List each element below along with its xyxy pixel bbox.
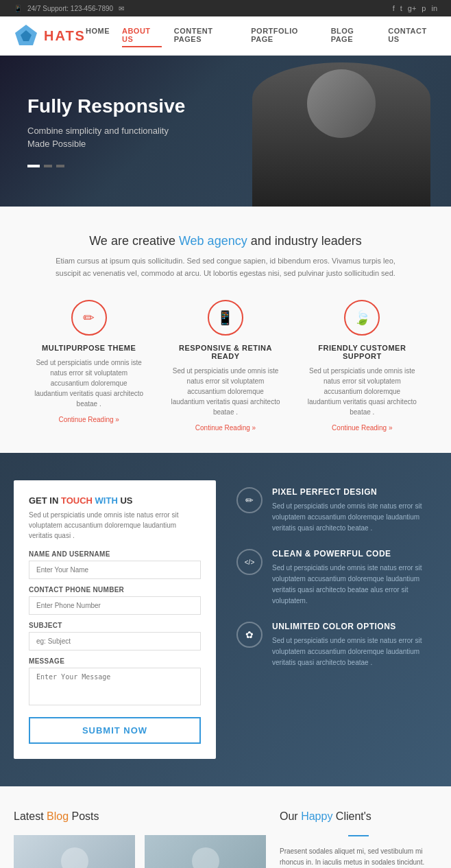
blog-post-1: 05 APR Time to Relax Blog Post by Joan S…: [145, 835, 266, 868]
contact-form-box: GET IN TOUCH WITH US Sed ut perspiciatis…: [14, 480, 216, 759]
logo-icon: [14, 23, 38, 48]
feature-link-0[interactable]: Continue Reading »: [58, 416, 119, 423]
agency-desc: Etiam cursus at ipsum quis sollicitudin.…: [54, 255, 397, 279]
input-phone[interactable]: [29, 596, 201, 615]
logo-text: HATS: [44, 28, 86, 44]
blog-post-0: 22 APR Running away Blog Post by Joan Sm…: [14, 835, 135, 868]
submit-button[interactable]: SUBMIT NOW: [29, 717, 201, 744]
nav-home[interactable]: HOME: [86, 24, 110, 47]
form-title: GET IN TOUCH WITH US: [29, 495, 201, 506]
feature-link-1[interactable]: Continue Reading »: [195, 424, 256, 432]
phone-icon: 📱: [14, 5, 22, 12]
feature-multipurpose: ✏ MULTIPURPOSE THEME Sed ut perspiciatis…: [27, 300, 150, 432]
contact-pencil-icon: ✏: [236, 487, 263, 513]
feature-title-2: FRIENDLY CUSTOMER SUPPORT: [308, 344, 417, 360]
nav-about[interactable]: ABOUT US: [122, 24, 162, 47]
logo: HATS: [14, 23, 86, 48]
slider-dots: [27, 165, 185, 167]
feature-link-2[interactable]: Continue Reading »: [332, 424, 392, 432]
feature-support: 🍃 FRIENDLY CUSTOMER SUPPORT Sed ut persp…: [301, 300, 424, 432]
blog-clients-section: Latest Blog Posts 22 APR Running away Bl…: [0, 786, 451, 868]
clients-quote: Praesent sodales aliquet mi, sed vestibu…: [280, 846, 437, 868]
blog-section-title: Latest Blog Posts: [14, 810, 266, 823]
contact-feature-2: ✿ UNLIMITED COLOR OPTIONS Sed ut perspic…: [236, 622, 437, 668]
clients-divider: [348, 835, 369, 836]
blog-img-1: [145, 835, 266, 868]
nav-blog[interactable]: BLOG PAGE: [331, 24, 376, 47]
contact-features: ✏ PIXEL PERFECT DESIGN Sed ut perspiciat…: [236, 480, 437, 759]
support-text: 24/7 Support: 123-456-7890: [27, 5, 113, 12]
feature-responsive: 📱 RESPONSIVE & RETINA READY Sed ut persp…: [164, 300, 287, 432]
blog-posts: 22 APR Running away Blog Post by Joan Sm…: [14, 835, 266, 868]
tw-icon[interactable]: t: [400, 4, 402, 12]
feature-title-0: MULTIPURPOSE THEME: [34, 344, 143, 352]
input-name[interactable]: [29, 561, 201, 579]
hero-section: Fully Responsive Combine simplicity and …: [0, 56, 451, 207]
agency-title: We are creative Web agency and industry …: [27, 234, 424, 248]
top-bar-social: f t g+ p in: [393, 4, 437, 12]
nav-contact[interactable]: CONTACT US: [388, 24, 437, 47]
blog-img-0: [14, 835, 135, 868]
feature-icon-mobile: 📱: [208, 300, 243, 336]
form-desc: Sed ut perspiciatis unde omnis iste natu…: [29, 510, 201, 541]
dot-inactive-2: [56, 165, 64, 167]
nav-content[interactable]: CONTENT PAGES: [174, 24, 239, 47]
input-subject[interactable]: [29, 632, 201, 650]
contact-feature-title-0: PIXEL PERFECT DESIGN: [272, 487, 437, 497]
email-icon: ✉: [119, 5, 124, 12]
textarea-message[interactable]: [29, 668, 201, 705]
agency-section: We are creative Web agency and industry …: [0, 207, 451, 453]
feature-title-1: RESPONSIVE & RETINA READY: [171, 344, 280, 360]
label-message: MESSAGE: [29, 657, 201, 665]
fb-icon[interactable]: f: [393, 4, 395, 12]
feature-text-1: Sed ut perspiciatis unde omnis iste natu…: [171, 366, 280, 417]
gp-icon[interactable]: g+: [408, 4, 417, 12]
main-nav: HOME ABOUT US CONTENT PAGES PORTFOLIO PA…: [86, 24, 437, 47]
blog-section: Latest Blog Posts 22 APR Running away Bl…: [14, 810, 266, 868]
contact-section: GET IN TOUCH WITH US Sed ut perspiciatis…: [0, 453, 451, 786]
dot-inactive-1: [44, 165, 52, 167]
contact-feature-title-1: CLEAN & POWERFUL CODE: [272, 549, 437, 559]
contact-color-icon: ✿: [236, 622, 263, 648]
hero-content: Fully Responsive Combine simplicity and …: [27, 95, 185, 167]
feature-icon-pencil: ✏: [71, 300, 107, 336]
contact-code-icon: </>: [236, 549, 263, 575]
feature-icon-leaf: 🍃: [344, 300, 380, 336]
pin-icon[interactable]: p: [422, 4, 426, 12]
label-name: NAME AND USERNAME: [29, 550, 201, 558]
label-phone: CONTACT PHONE NUMBER: [29, 586, 201, 594]
hero-person: [232, 56, 451, 207]
dot-active: [27, 165, 40, 167]
top-bar-left: 📱 24/7 Support: 123-456-7890 ✉: [14, 5, 124, 12]
li-icon[interactable]: in: [431, 4, 437, 12]
contact-feature-text-0: Sed ut perspiciatis unde omnis iste natu…: [272, 501, 437, 534]
nav-portfolio[interactable]: PORTFOLIO PAGE: [251, 24, 318, 47]
contact-feature-text-1: Sed ut perspiciatis unde omnis iste natu…: [272, 563, 437, 607]
top-bar: 📱 24/7 Support: 123-456-7890 ✉ f t g+ p …: [0, 0, 451, 16]
contact-feature-text-2: Sed ut perspiciatis unde omnis iste natu…: [272, 635, 437, 668]
contact-feature-0: ✏ PIXEL PERFECT DESIGN Sed ut perspiciat…: [236, 487, 437, 534]
feature-text-2: Sed ut perspiciatis unde omnis iste natu…: [308, 366, 417, 417]
contact-feature-1: </> CLEAN & POWERFUL CODE Sed ut perspic…: [236, 549, 437, 607]
hero-subtitle: Combine simplicity and functionality Mad…: [27, 124, 185, 151]
features-row: ✏ MULTIPURPOSE THEME Sed ut perspiciatis…: [27, 300, 424, 432]
clients-section-title: Our Happy Client's: [280, 810, 437, 823]
feature-text-0: Sed ut perspiciatis unde omnis iste natu…: [34, 357, 143, 409]
label-subject: SUBJECT: [29, 622, 201, 629]
contact-feature-title-2: UNLIMITED COLOR OPTIONS: [272, 622, 437, 631]
hero-title: Fully Responsive: [27, 95, 185, 117]
header: HATS HOME ABOUT US CONTENT PAGES PORTFOL…: [0, 16, 451, 56]
clients-section: Our Happy Client's Praesent sodales aliq…: [280, 810, 437, 868]
